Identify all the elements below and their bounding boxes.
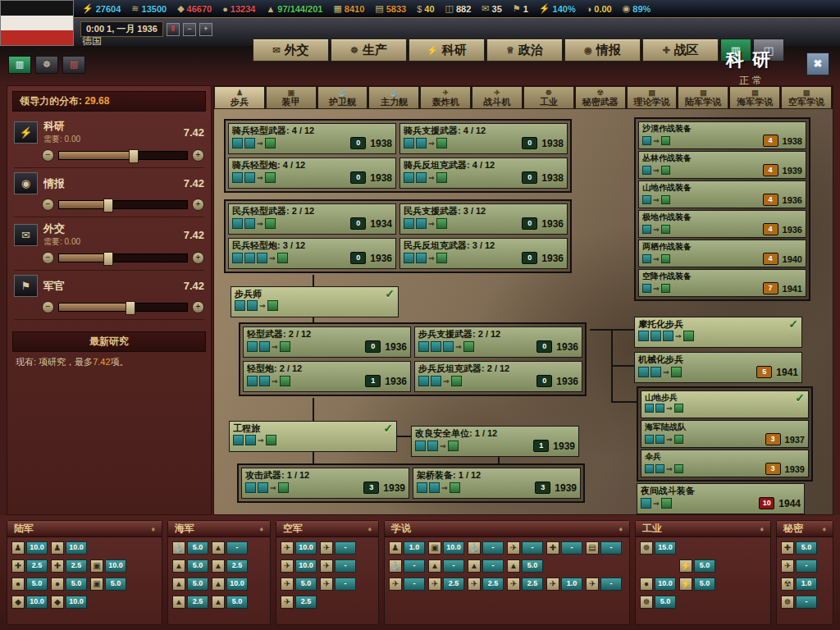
tech-slot[interactable]: ⚡5.0: [679, 559, 715, 573]
tech-slot[interactable]: ✈1.0: [546, 578, 582, 591]
tab-land-doctrine[interactable]: ▤陆军学说: [678, 86, 728, 109]
tech-cavalry-light-artillery[interactable]: 骑兵轻型炮: 4 / 12⇒01938: [228, 158, 396, 189]
tech-slot[interactable]: ✚-: [546, 541, 582, 555]
tech-infantry-support-weapons[interactable]: 步兵支援武器: 2 / 12⇒01936: [414, 326, 582, 358]
tech-slot[interactable]: ⚓-: [389, 559, 425, 573]
tab-capital-ships[interactable]: ⚓主力舰: [368, 86, 419, 109]
slider-knob[interactable]: [129, 149, 139, 163]
nav-tab-intelligence[interactable]: ◉情报: [564, 39, 641, 62]
increase-button[interactable]: +: [192, 199, 204, 211]
charts-button[interactable]: ▥: [8, 56, 31, 74]
tech-slot[interactable]: ✚2.5: [51, 559, 87, 573]
settings-button[interactable]: ☸: [35, 56, 58, 74]
tech-militia-support-weapons[interactable]: 民兵支援武器: 3 / 12⇒01936: [399, 203, 568, 235]
tech-engineer-brigade[interactable]: 工程旅⇒✓: [229, 421, 397, 452]
tech-slot[interactable]: ▣10.0: [428, 541, 464, 555]
tech-paratroopers[interactable]: 伞兵⇒31939: [641, 450, 809, 477]
tech-slot[interactable]: ⚡5.0: [679, 578, 715, 591]
tech-slot[interactable]: ♟1.0: [389, 541, 425, 555]
tech-airborne-equipment[interactable]: 空降作战装备⇒71941: [638, 269, 806, 297]
tech-slot[interactable]: ☸5.0: [640, 596, 676, 609]
tech-night-combat-equipment[interactable]: 夜间战斗装备⇒101944: [637, 483, 805, 514]
tech-slot[interactable]: ▲5.0: [172, 578, 208, 591]
tech-marines[interactable]: 海军陆战队⇒31937: [641, 420, 809, 448]
tech-slot[interactable]: ▣10.0: [90, 559, 126, 573]
tech-slot[interactable]: ☸15.0: [640, 541, 676, 555]
tech-slot[interactable]: ✈2.5: [507, 578, 543, 591]
slider-knob[interactable]: [103, 252, 113, 266]
tech-jungle-equipment[interactable]: 丛林作战装备⇒41939: [638, 151, 806, 179]
tech-slot[interactable]: ●5.0: [11, 578, 48, 591]
tab-industry[interactable]: ☸工业: [523, 86, 574, 109]
tech-slot[interactable]: ◆10.0: [11, 596, 48, 609]
slider-knob[interactable]: [126, 301, 135, 315]
tech-slot[interactable]: ✈-: [586, 578, 622, 591]
increase-button[interactable]: +: [192, 149, 204, 162]
tech-militia-anti-tank[interactable]: 民兵反坦克武器: 3 / 12⇒01936: [399, 238, 568, 269]
tech-slot[interactable]: ✈2.5: [428, 578, 464, 591]
tech-amphibious-equipment[interactable]: 两栖作战装备⇒41940: [638, 240, 806, 267]
tech-slot[interactable]: ✈2.5: [281, 596, 317, 609]
tab-fighters[interactable]: ✈战斗机: [472, 86, 523, 109]
speed-down-button[interactable]: −: [183, 23, 196, 36]
tech-slot[interactable]: ✈-: [320, 559, 356, 573]
tech-slot[interactable]: ▲10.0: [212, 578, 248, 591]
tech-slot[interactable]: ♟10.0: [11, 541, 48, 555]
tech-slot[interactable]: ✚2.5: [11, 559, 48, 573]
tech-mountain-infantry[interactable]: 山地步兵⇒✓: [641, 390, 809, 418]
tech-militia-light-weapons[interactable]: 民兵轻型武器: 2 / 12⇒01934: [228, 203, 396, 235]
tab-bombers[interactable]: ✈轰炸机: [420, 86, 471, 109]
tab-theory-doctrine[interactable]: ▤理论学说: [627, 86, 678, 109]
graphs-button[interactable]: ▥: [62, 56, 85, 74]
tech-slot[interactable]: ✈-: [781, 559, 817, 573]
nav-tab-production[interactable]: ☸生产: [331, 39, 407, 62]
tech-slot[interactable]: ✈-: [507, 541, 543, 555]
tech-slot[interactable]: ✈-: [320, 541, 356, 555]
tab-escort-ships[interactable]: ⚓护卫舰: [317, 86, 368, 109]
tech-slot[interactable]: ✈-: [320, 578, 356, 591]
close-button[interactable]: ✖: [806, 52, 829, 75]
tech-motorized-infantry[interactable]: 摩托化步兵⇒✓: [634, 317, 802, 348]
tech-slot[interactable]: ▣5.0: [90, 578, 126, 591]
tech-slot[interactable]: ◆10.0: [51, 596, 87, 609]
tech-slot[interactable]: ☢1.0: [781, 578, 817, 591]
tab-secret-weapons[interactable]: ☢秘密武器: [575, 86, 626, 109]
tab-infantry[interactable]: ♟步兵: [214, 86, 265, 109]
tech-slot[interactable]: ✚5.0: [781, 541, 817, 555]
tech-slot[interactable]: ✈-: [389, 578, 425, 591]
decrease-button[interactable]: −: [42, 301, 54, 313]
tech-slot[interactable]: ▲2.5: [212, 559, 248, 573]
tech-bridging-equipment[interactable]: 架桥装备: 1 / 12⇒31939: [413, 468, 581, 499]
increase-button[interactable]: +: [192, 301, 204, 313]
tech-slot[interactable]: ▲5.0: [507, 559, 543, 573]
slider-track[interactable]: [58, 200, 188, 209]
increase-button[interactable]: +: [192, 252, 204, 264]
pause-button[interactable]: ‖: [167, 23, 180, 36]
tech-arctic-equipment[interactable]: 极地作战装备⇒41936: [638, 210, 806, 238]
tech-slot[interactable]: ●10.0: [640, 578, 676, 591]
tech-improved-security-units[interactable]: 改良安全单位: 1 / 12⇒11939: [411, 426, 579, 457]
nav-tab-diplomacy[interactable]: ✉外交: [253, 39, 329, 62]
tech-slot[interactable]: ✈2.5: [468, 578, 504, 591]
tab-air-doctrine[interactable]: ▤空军学说: [781, 86, 832, 109]
tech-cavalry-support-weapons[interactable]: 骑兵支援武器: 4 / 12⇒01938: [399, 123, 568, 154]
decrease-button[interactable]: −: [42, 149, 54, 162]
decrease-button[interactable]: −: [42, 252, 54, 264]
tab-naval-doctrine[interactable]: ▤海军学说: [729, 86, 780, 109]
slider-track[interactable]: [58, 303, 188, 312]
slider-knob[interactable]: [103, 199, 113, 212]
tech-slot[interactable]: ●5.0: [51, 578, 87, 591]
tech-slot[interactable]: ▲-: [212, 541, 248, 555]
tech-slot[interactable]: ▲5.0: [172, 559, 208, 573]
tech-attack-weapons[interactable]: 攻击武器: 1 / 12⇒31939: [241, 468, 409, 499]
tech-slot[interactable]: ✈10.0: [281, 541, 317, 555]
tech-infantry-anti-tank[interactable]: 步兵反坦克武器: 2 / 12⇒01936: [414, 361, 582, 392]
nav-tab-research[interactable]: ⚡科研: [409, 39, 485, 62]
tech-slot[interactable]: ☸-: [781, 596, 817, 609]
tech-slot[interactable]: ▲5.0: [212, 596, 248, 609]
tech-militia-light-artillery[interactable]: 民兵轻型炮: 3 / 12⇒01936: [228, 238, 396, 269]
tech-slot[interactable]: ♟10.0: [51, 541, 87, 555]
tech-mountain-equipment[interactable]: 山地作战装备⇒41936: [638, 180, 806, 208]
slider-track[interactable]: [58, 151, 188, 160]
tech-slot[interactable]: ▲2.5: [172, 596, 208, 609]
